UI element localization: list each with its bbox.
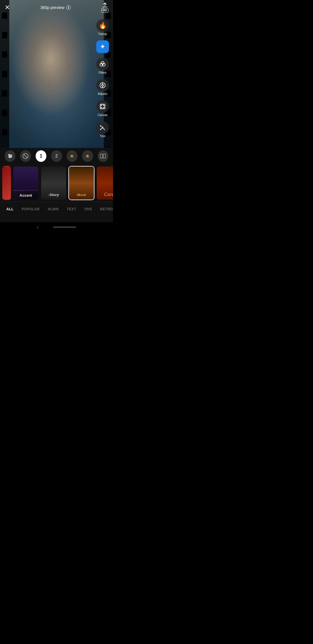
filter-thumbnails-row: Accent -Story Movie Card: [0, 164, 113, 202]
filter-thumb-card[interactable]: Card: [96, 166, 113, 200]
top-bar: ✕ 360p preview ℹ HD: [0, 0, 113, 15]
svg-point-4: [102, 84, 103, 86]
canvas-svg: [99, 103, 106, 110]
trends-label: Trends: [98, 32, 107, 36]
accent-thumb-image: Accent: [13, 167, 38, 200]
svg-point-9: [100, 129, 101, 130]
accent-filter-label: Accent: [19, 193, 32, 198]
canvas-label: Canvas: [98, 113, 108, 117]
story-filter-label: -Story: [48, 193, 59, 197]
adjusts-label: Adjusts: [98, 92, 108, 95]
sprocket-hole: [2, 110, 7, 116]
right-tools-panel: 🔥 Trends ✦ Filters Adjusts: [94, 17, 111, 140]
sprocket-hole: [2, 51, 7, 58]
upload-icon: [102, 2, 108, 8]
canvas-icon: [96, 100, 109, 113]
sprocket-hole: [2, 129, 7, 135]
svg-point-8: [100, 125, 101, 126]
sprocket-hole: [2, 90, 7, 97]
category-tab-hlwn[interactable]: HLWN: [44, 202, 63, 216]
upload-button[interactable]: HD: [101, 2, 108, 13]
filters-label: Filters: [99, 71, 106, 74]
compare-button[interactable]: [98, 150, 108, 162]
svg-line-19: [23, 154, 28, 158]
bottom-section: 1 2 ★ ★: [0, 148, 113, 232]
tool-canvas[interactable]: Canvas: [94, 98, 111, 118]
trim-label: Trim: [100, 135, 105, 138]
filter-thumb-accent[interactable]: Accent: [13, 166, 39, 200]
trim-svg: [99, 124, 106, 131]
svg-rect-20: [100, 154, 103, 158]
sprocket-hole: [2, 32, 7, 38]
category-tab-all[interactable]: ALL: [2, 202, 18, 216]
star1-icon: ★: [70, 153, 74, 159]
filter-none-button[interactable]: [20, 150, 31, 162]
filter-page-2-label: 2: [55, 153, 58, 159]
filter-thumb-partial[interactable]: [2, 166, 11, 200]
filter-thumb-story[interactable]: -Story: [41, 166, 67, 200]
no-filter-icon: [22, 153, 29, 159]
svg-rect-7: [100, 104, 105, 109]
sprocket-hole: [2, 71, 7, 77]
filter-favorites-1-button[interactable]: ★: [67, 150, 77, 162]
category-tab-retro[interactable]: RETRO: [96, 202, 113, 216]
star2-icon: ★: [85, 153, 90, 159]
back-arrow-icon[interactable]: ‹: [37, 224, 39, 230]
category-tabs: ALL POPULAR HLWN TEXT VHS RETRO GLITCH: [0, 202, 113, 216]
category-tab-popular[interactable]: POPULAR: [18, 202, 44, 216]
movie-filter-label: Movie: [77, 193, 86, 197]
svg-rect-21: [103, 154, 105, 158]
info-icon[interactable]: ℹ: [66, 5, 71, 10]
top-right-actions: HD: [101, 2, 108, 13]
hd-badge: HD: [101, 8, 108, 13]
filters-svg: [99, 61, 106, 68]
trim-icon: [96, 121, 109, 134]
close-button[interactable]: ✕: [5, 4, 10, 11]
enhance-icon: ✦: [96, 40, 109, 53]
film-sprocket-left: [0, 0, 9, 148]
category-tab-vhs[interactable]: VHS: [80, 202, 96, 216]
filter-page-2-button[interactable]: 2: [51, 150, 62, 162]
filter-page-1-label: 1: [40, 153, 42, 159]
preview-label-container: 360p preview ℹ: [40, 5, 71, 10]
filter-selector-row: 1 2 ★ ★: [0, 148, 113, 164]
trends-icon: 🔥: [96, 19, 109, 32]
adjust-levels-button[interactable]: [5, 150, 15, 162]
home-bar: [53, 227, 76, 228]
svg-line-10: [101, 126, 105, 130]
home-indicator-area: ‹: [0, 222, 113, 232]
tool-enhance[interactable]: ✦: [94, 39, 111, 55]
adjust-levels-icon: [7, 153, 13, 159]
filter-page-1-button[interactable]: 1: [36, 150, 46, 162]
card-filter-label: Card: [104, 192, 113, 197]
compare-icon: [100, 153, 106, 159]
category-tab-text[interactable]: TEXT: [63, 202, 80, 216]
filters-icon: [96, 58, 109, 70]
tool-adjusts[interactable]: Adjusts: [94, 77, 111, 97]
svg-point-15: [9, 154, 10, 155]
preview-label: 360p preview: [40, 5, 64, 10]
tool-filters[interactable]: Filters: [94, 56, 111, 76]
tool-trends[interactable]: 🔥 Trends: [94, 17, 111, 37]
svg-point-16: [10, 155, 12, 157]
svg-point-17: [9, 157, 10, 158]
filter-thumb-movie[interactable]: Movie: [68, 166, 94, 200]
adjusts-svg: [99, 82, 106, 89]
tool-trim[interactable]: Trim: [94, 120, 111, 140]
filter-favorites-2-button[interactable]: ★: [82, 150, 93, 162]
adjusts-icon: [96, 79, 109, 92]
